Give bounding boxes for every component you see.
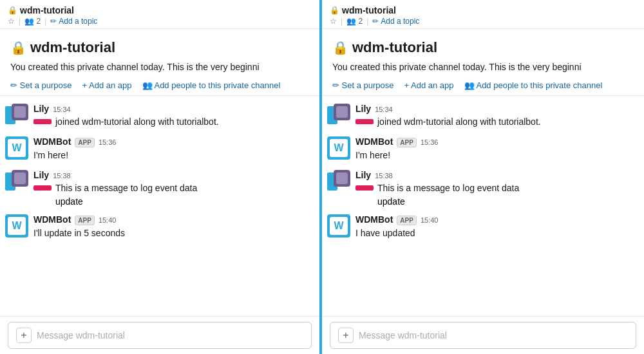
message-input-area: +Message wdm-tutorial (322, 316, 644, 354)
message-content: Lily15:34joined wdm-tutorial along with … (33, 104, 314, 129)
channel-title-bar: 🔒wdm-tutorial (330, 5, 636, 15)
message-content: Lily15:38This is a message to log event … (355, 170, 639, 207)
message-timestamp: 15:40 (421, 216, 439, 224)
message-group: Lily15:34joined wdm-tutorial along with … (5, 104, 314, 129)
message-group: Lily15:38This is a message to log event … (327, 170, 639, 207)
add-topic-link[interactable]: ✏ Add a topic (50, 17, 97, 26)
channel-description: You created this private channel today. … (10, 61, 309, 74)
action-link-1[interactable]: + Add an app (82, 80, 132, 90)
log-text-extra: update (55, 196, 314, 207)
sender-name: WDMBot (355, 136, 393, 147)
plus-button[interactable]: + (338, 328, 354, 343)
star-icon[interactable]: ☆ (8, 17, 15, 26)
header-meta: ☆ | 👥 2 | ✏ Add a topic (330, 17, 636, 26)
separator: | (19, 17, 21, 26)
message-header: Lily15:38 (33, 170, 314, 180)
message-header: WDMBotAPP15:40 (355, 214, 639, 225)
channel-header-top: 🔒wdm-tutorial ☆ | 👥 2 | ✏ Add a topic (322, 0, 644, 29)
messages-area: Lily15:34joined wdm-tutorial along with … (0, 96, 319, 316)
sender-name: WDMBot (33, 214, 71, 225)
channel-actions: ✏ Set a purpose+ Add an app👥 Add people … (10, 80, 309, 90)
message-text: I'm here! (355, 149, 639, 162)
message-input-placeholder[interactable]: Message wdm-tutorial (359, 330, 447, 340)
channel-description: You created this private channel today. … (332, 61, 634, 74)
message-content: WDMBotAPP15:40I have updated (355, 214, 639, 240)
lock-icon: 🔒 (8, 6, 17, 15)
channel-big-title: 🔒wdm-tutorial (10, 39, 309, 56)
channel-big-title: 🔒wdm-tutorial (332, 39, 634, 56)
join-text: joined wdm-tutorial along with tutorialb… (377, 115, 541, 129)
app-badge: APP (75, 138, 95, 147)
message-content: Lily15:38This is a message to log event … (33, 170, 314, 207)
message-text: joined wdm-tutorial along with tutorialb… (33, 115, 314, 129)
message-input-box: +Message wdm-tutorial (8, 322, 312, 349)
join-bar (33, 119, 52, 124)
log-text-extra: update (377, 196, 639, 207)
message-header: WDMBotAPP15:36 (33, 136, 314, 147)
sender-name: Lily (355, 170, 371, 180)
action-link-0[interactable]: ✏ Set a purpose (10, 80, 72, 90)
channel-name-top: wdm-tutorial (20, 5, 74, 15)
log-bar (355, 185, 374, 191)
channel-title-bar: 🔒wdm-tutorial (8, 5, 312, 15)
app-badge: APP (397, 138, 417, 147)
panel-right: 🔒wdm-tutorial ☆ | 👥 2 | ✏ Add a topic 🔒w… (322, 0, 644, 354)
sender-name: Lily (355, 104, 371, 114)
message-timestamp: 15:36 (99, 138, 117, 146)
message-text: This is a message to log event data (33, 182, 314, 195)
message-text: This is a message to log event data (355, 182, 639, 195)
log-bar (33, 185, 52, 191)
join-bar (355, 119, 374, 124)
sender-name: Lily (33, 170, 49, 180)
message-header: Lily15:34 (33, 104, 314, 114)
app-badge: APP (75, 216, 95, 225)
separator2: | (366, 17, 368, 26)
channel-name-top: wdm-tutorial (342, 5, 396, 15)
action-link-0[interactable]: ✏ Set a purpose (332, 80, 394, 90)
separator2: | (44, 17, 46, 26)
message-header: WDMBotAPP15:36 (355, 136, 639, 147)
message-input-area: +Message wdm-tutorial (0, 316, 319, 354)
message-group: WWDMBotAPP15:36I'm here! (327, 136, 639, 162)
message-text: I'll update in 5 seconds (33, 227, 314, 240)
message-header: Lily15:34 (355, 104, 639, 114)
sender-name: WDMBot (33, 136, 71, 147)
channel-header-top: 🔒wdm-tutorial ☆ | 👥 2 | ✏ Add a topic (0, 0, 319, 29)
header-meta: ☆ | 👥 2 | ✏ Add a topic (8, 17, 312, 26)
message-input-placeholder[interactable]: Message wdm-tutorial (37, 330, 125, 340)
avatar-wdmbot: W (5, 136, 28, 160)
plus-button[interactable]: + (16, 328, 32, 343)
message-header: WDMBotAPP15:40 (33, 214, 314, 225)
channel-body-header: 🔒wdm-tutorialYou created this private ch… (0, 29, 319, 96)
message-timestamp: 15:40 (99, 216, 117, 224)
action-link-2[interactable]: 👥 Add people to this private channel (142, 80, 281, 90)
lock-icon: 🔒 (330, 6, 339, 15)
star-icon[interactable]: ☆ (330, 17, 337, 26)
message-group: Lily15:34joined wdm-tutorial along with … (327, 104, 639, 129)
message-input-box: +Message wdm-tutorial (330, 322, 636, 349)
messages-area: Lily15:34joined wdm-tutorial along with … (322, 96, 644, 316)
action-link-1[interactable]: + Add an app (404, 80, 454, 90)
message-timestamp: 15:36 (421, 138, 439, 146)
avatar-lily (5, 170, 28, 193)
message-timestamp: 15:34 (53, 106, 71, 113)
members-count: 👥 2 (346, 17, 363, 26)
panel-left: 🔒wdm-tutorial ☆ | 👥 2 | ✏ Add a topic 🔒w… (0, 0, 322, 354)
message-content: WDMBotAPP15:36I'm here! (355, 136, 639, 162)
add-topic-link[interactable]: ✏ Add a topic (372, 17, 419, 26)
message-timestamp: 15:38 (375, 172, 393, 180)
avatar-wdmbot: W (5, 214, 28, 238)
channel-body-header: 🔒wdm-tutorialYou created this private ch… (322, 29, 644, 96)
message-text: I have updated (355, 227, 639, 240)
action-link-2[interactable]: 👥 Add people to this private channel (464, 80, 603, 90)
avatar-wdmbot: W (327, 214, 350, 238)
message-content: Lily15:34joined wdm-tutorial along with … (355, 104, 639, 129)
message-text: joined wdm-tutorial along with tutorialb… (355, 115, 639, 129)
message-header: Lily15:38 (355, 170, 639, 180)
message-timestamp: 15:34 (375, 106, 393, 113)
message-content: WDMBotAPP15:40I'll update in 5 seconds (33, 214, 314, 240)
lock-icon-big: 🔒 (332, 40, 348, 55)
message-content: WDMBotAPP15:36I'm here! (33, 136, 314, 162)
sender-name: WDMBot (355, 214, 393, 225)
avatar-lily (327, 170, 350, 193)
